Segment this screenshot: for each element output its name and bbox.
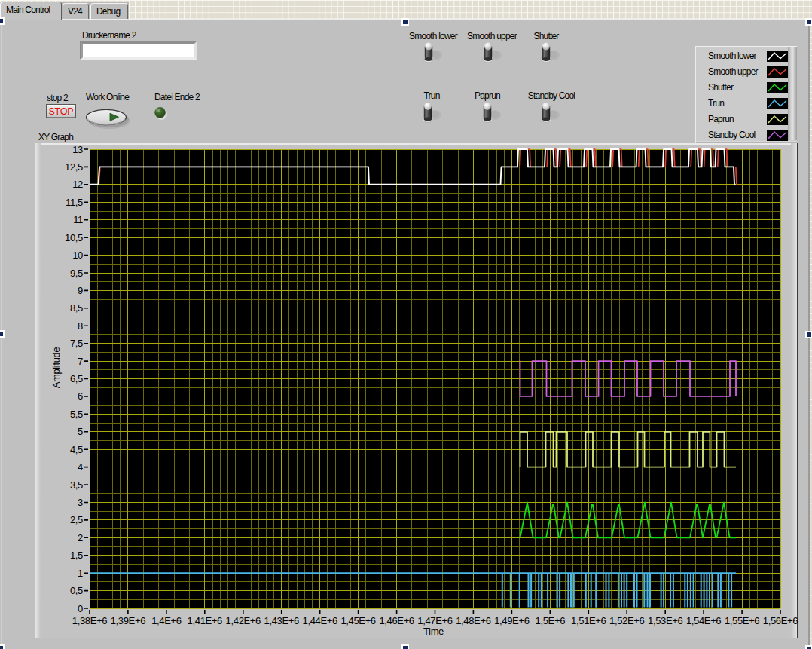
svg-text:Time: Time [423, 626, 444, 637]
svg-text:4,5: 4,5 [70, 444, 83, 455]
svg-text:8: 8 [78, 320, 83, 332]
svg-text:7: 7 [78, 356, 83, 367]
svg-text:1,48E+6: 1,48E+6 [456, 615, 490, 626]
svg-text:10: 10 [72, 249, 83, 261]
svg-text:9: 9 [78, 285, 83, 296]
svg-text:1,54E+6: 1,54E+6 [686, 615, 721, 626]
svg-text:11,5: 11,5 [66, 197, 83, 208]
svg-text:Amplitude: Amplitude [50, 347, 62, 389]
svg-text:1,4E+6: 1,4E+6 [151, 615, 182, 626]
svg-text:1,43E+6: 1,43E+6 [264, 615, 299, 626]
svg-text:2: 2 [78, 532, 83, 543]
svg-text:8,5: 8,5 [70, 302, 83, 314]
svg-text:1,39E+6: 1,39E+6 [111, 615, 145, 626]
svg-text:7,5: 7,5 [70, 338, 83, 349]
svg-text:1,55E+6: 1,55E+6 [725, 615, 759, 626]
svg-text:3,5: 3,5 [70, 479, 83, 491]
svg-text:12,5: 12,5 [65, 161, 83, 173]
svg-text:1,44E+6: 1,44E+6 [303, 615, 337, 626]
svg-text:1,51E+6: 1,51E+6 [571, 615, 606, 626]
svg-text:5: 5 [78, 426, 83, 437]
svg-text:1,5: 1,5 [70, 550, 83, 561]
svg-text:6,5: 6,5 [70, 373, 83, 384]
svg-text:2,5: 2,5 [70, 514, 83, 525]
svg-text:1,38E+6: 1,38E+6 [72, 615, 107, 626]
svg-text:1,45E+6: 1,45E+6 [340, 615, 375, 626]
svg-text:1,5E+6: 1,5E+6 [536, 615, 566, 626]
svg-text:6: 6 [78, 390, 83, 402]
svg-text:11: 11 [73, 214, 83, 225]
svg-text:1: 1 [78, 568, 83, 579]
svg-text:1,53E+6: 1,53E+6 [648, 615, 682, 626]
svg-text:1,42E+6: 1,42E+6 [226, 615, 261, 626]
svg-text:1,49E+6: 1,49E+6 [494, 615, 529, 626]
svg-text:4: 4 [78, 461, 83, 473]
svg-text:1,56E+6: 1,56E+6 [763, 615, 798, 626]
svg-text:0: 0 [78, 603, 83, 614]
svg-text:1,41E+6: 1,41E+6 [188, 615, 222, 626]
svg-text:3: 3 [78, 497, 83, 508]
svg-text:0,5: 0,5 [70, 585, 83, 596]
svg-text:1,46E+6: 1,46E+6 [379, 615, 414, 626]
svg-text:1,47E+6: 1,47E+6 [417, 615, 452, 626]
svg-text:9,5: 9,5 [70, 268, 83, 279]
svg-text:10,5: 10,5 [65, 232, 83, 243]
svg-text:1,52E+6: 1,52E+6 [609, 615, 644, 626]
svg-text:5,5: 5,5 [70, 409, 83, 420]
svg-text:12: 12 [72, 179, 83, 190]
